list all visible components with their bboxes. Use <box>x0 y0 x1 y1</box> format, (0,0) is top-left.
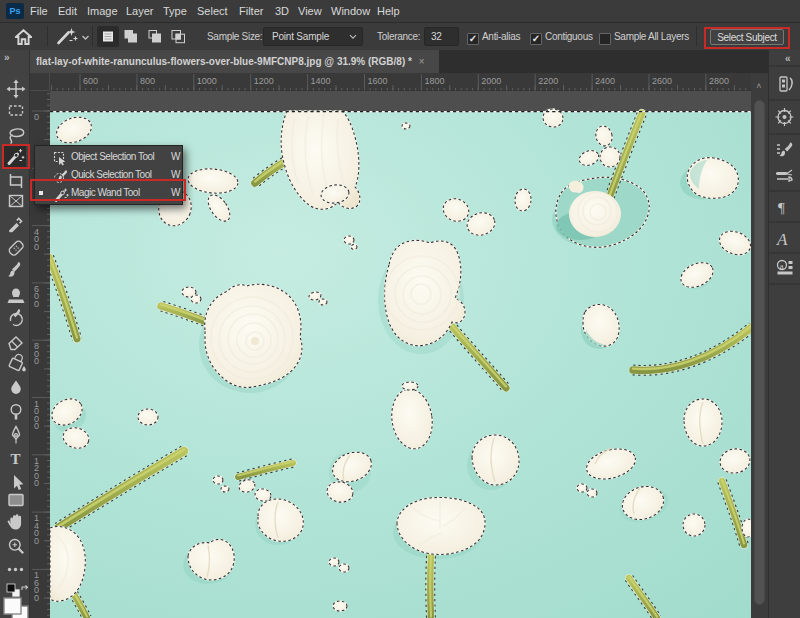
svg-text:¶: ¶ <box>778 200 785 216</box>
svg-text:0: 0 <box>34 299 39 309</box>
svg-text:0: 0 <box>34 112 39 122</box>
svg-text:2200: 2200 <box>538 76 558 86</box>
svg-text:»: » <box>4 52 10 63</box>
svg-text:1800: 1800 <box>424 76 444 86</box>
svg-text:2000: 2000 <box>481 76 501 86</box>
svg-text:800: 800 <box>140 76 155 86</box>
svg-text:1600: 1600 <box>368 76 388 86</box>
svg-text:1000: 1000 <box>197 76 217 86</box>
svg-text:2600: 2600 <box>652 76 672 86</box>
svg-text:1200: 1200 <box>254 76 274 86</box>
svg-text:A: A <box>776 230 788 249</box>
svg-text:0: 0 <box>34 478 39 488</box>
svg-text:0: 0 <box>34 356 39 366</box>
svg-text:2400: 2400 <box>595 76 615 86</box>
svg-text:a: a <box>780 261 784 271</box>
svg-text:T: T <box>11 451 21 467</box>
svg-text:0: 0 <box>34 536 39 546</box>
svg-text:0: 0 <box>34 421 39 431</box>
svg-text:1400: 1400 <box>311 76 331 86</box>
svg-text:2800: 2800 <box>709 76 729 86</box>
svg-text:0: 0 <box>34 593 39 603</box>
svg-text:«: « <box>785 53 791 64</box>
svg-text:600: 600 <box>83 76 98 86</box>
svg-text:0: 0 <box>34 242 39 252</box>
